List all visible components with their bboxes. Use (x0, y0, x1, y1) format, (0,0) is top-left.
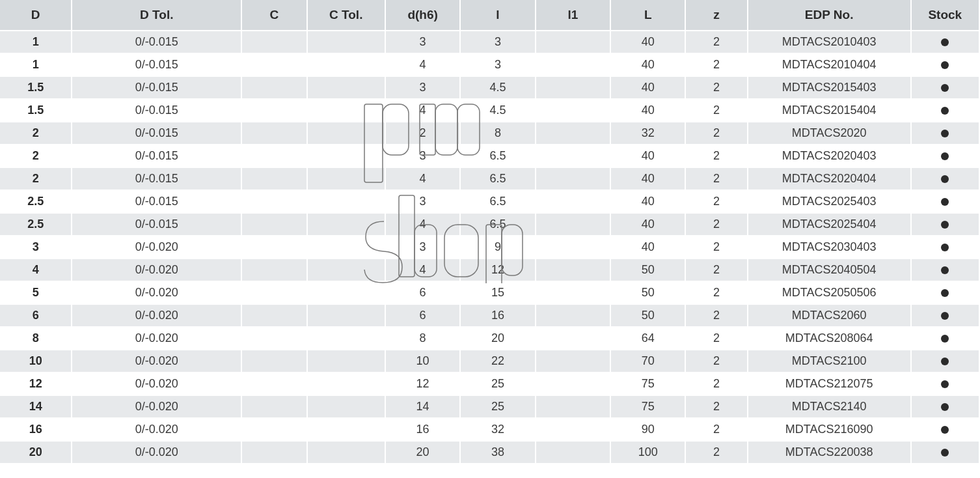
cell-l: 22 (460, 350, 535, 373)
cell-DTol: 0/-0.015 (72, 76, 241, 99)
cell-edp: MDTACS2010404 (748, 53, 911, 76)
cell-z: 2 (685, 350, 747, 373)
cell-DTol: 0/-0.020 (72, 259, 241, 281)
spec-table: D D Tol. C C Tol. d(h6) l l1 L z EDP No.… (0, 0, 980, 464)
table-row: 10/-0.01533402MDTACS2010403 (0, 31, 979, 53)
cell-CTol (307, 53, 385, 76)
col-header-D: D (0, 0, 72, 31)
cell-z: 2 (685, 395, 747, 418)
cell-CTol (307, 213, 385, 236)
cell-D: 2.5 (0, 190, 72, 213)
table-row: 1.50/-0.01534.5402MDTACS2015403 (0, 76, 979, 99)
cell-l1 (536, 418, 610, 441)
cell-l1 (536, 373, 610, 395)
cell-stock (911, 259, 979, 281)
cell-DTol: 0/-0.015 (72, 167, 241, 190)
cell-dh6: 4 (385, 167, 460, 190)
cell-DTol: 0/-0.020 (72, 395, 241, 418)
cell-edp: MDTACS2010403 (748, 31, 911, 53)
cell-D: 2 (0, 167, 72, 190)
stock-dot-icon (941, 266, 949, 274)
cell-stock (911, 441, 979, 464)
cell-edp: MDTACS212075 (748, 373, 911, 395)
cell-dh6: 14 (385, 395, 460, 418)
cell-l: 4.5 (460, 99, 535, 122)
stock-dot-icon (941, 61, 949, 69)
cell-C (241, 350, 306, 373)
cell-edp: MDTACS208064 (748, 327, 911, 350)
cell-L: 40 (610, 190, 685, 213)
cell-D: 3 (0, 236, 72, 259)
cell-l: 4.5 (460, 76, 535, 99)
cell-z: 2 (685, 53, 747, 76)
cell-stock (911, 304, 979, 327)
cell-DTol: 0/-0.015 (72, 122, 241, 145)
cell-DTol: 0/-0.015 (72, 31, 241, 53)
cell-stock (911, 190, 979, 213)
cell-z: 2 (685, 167, 747, 190)
cell-edp: MDTACS2040504 (748, 259, 911, 281)
table-row: 1.50/-0.01544.5402MDTACS2015404 (0, 99, 979, 122)
stock-dot-icon (941, 107, 949, 115)
cell-dh6: 20 (385, 441, 460, 464)
cell-z: 2 (685, 145, 747, 167)
cell-C (241, 213, 306, 236)
cell-l1 (536, 190, 610, 213)
cell-stock (911, 31, 979, 53)
cell-z: 2 (685, 31, 747, 53)
cell-CTol (307, 441, 385, 464)
stock-dot-icon (941, 38, 949, 46)
cell-l: 25 (460, 373, 535, 395)
cell-CTol (307, 236, 385, 259)
col-header-l1: l1 (536, 0, 610, 31)
cell-stock (911, 418, 979, 441)
cell-D: 1 (0, 31, 72, 53)
cell-CTol (307, 76, 385, 99)
cell-D: 1.5 (0, 99, 72, 122)
table-row: 20/-0.01536.5402MDTACS2020403 (0, 145, 979, 167)
cell-L: 40 (610, 53, 685, 76)
cell-z: 2 (685, 259, 747, 281)
cell-C (241, 99, 306, 122)
cell-C (241, 373, 306, 395)
cell-L: 50 (610, 259, 685, 281)
cell-edp: MDTACS220038 (748, 441, 911, 464)
cell-dh6: 16 (385, 418, 460, 441)
cell-l1 (536, 395, 610, 418)
cell-edp: MDTACS2025404 (748, 213, 911, 236)
stock-dot-icon (941, 130, 949, 137)
cell-l1 (536, 304, 610, 327)
cell-DTol: 0/-0.015 (72, 145, 241, 167)
cell-DTol: 0/-0.020 (72, 373, 241, 395)
cell-DTol: 0/-0.020 (72, 236, 241, 259)
cell-DTol: 0/-0.015 (72, 99, 241, 122)
cell-l: 12 (460, 259, 535, 281)
stock-dot-icon (941, 289, 949, 297)
cell-dh6: 4 (385, 99, 460, 122)
cell-D: 2.5 (0, 213, 72, 236)
col-header-l: l (460, 0, 535, 31)
cell-DTol: 0/-0.020 (72, 304, 241, 327)
col-header-DTol: D Tol. (72, 0, 241, 31)
cell-z: 2 (685, 327, 747, 350)
cell-CTol (307, 190, 385, 213)
cell-edp: MDTACS2020 (748, 122, 911, 145)
cell-L: 32 (610, 122, 685, 145)
cell-dh6: 12 (385, 373, 460, 395)
table-row: 30/-0.02039402MDTACS2030403 (0, 236, 979, 259)
cell-D: 16 (0, 418, 72, 441)
cell-z: 2 (685, 373, 747, 395)
stock-dot-icon (941, 449, 949, 457)
cell-edp: MDTACS2015404 (748, 99, 911, 122)
cell-edp: MDTACS2140 (748, 395, 911, 418)
cell-D: 1 (0, 53, 72, 76)
cell-l1 (536, 31, 610, 53)
cell-CTol (307, 281, 385, 304)
cell-z: 2 (685, 304, 747, 327)
cell-L: 40 (610, 76, 685, 99)
table-row: 10/-0.01543402MDTACS2010404 (0, 53, 979, 76)
cell-stock (911, 122, 979, 145)
table-row: 80/-0.020820642MDTACS208064 (0, 327, 979, 350)
cell-stock (911, 53, 979, 76)
cell-z: 2 (685, 441, 747, 464)
